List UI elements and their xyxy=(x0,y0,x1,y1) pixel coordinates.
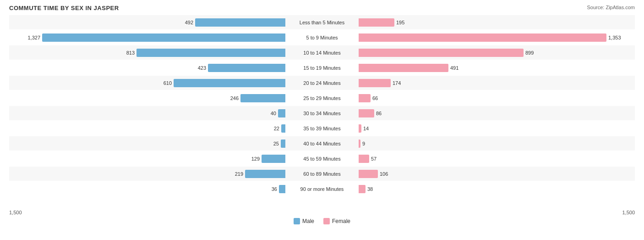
female-bar-section: 174 xyxy=(359,76,635,90)
female-bar xyxy=(359,94,371,102)
chart-row: 3690 or more Minutes38 xyxy=(9,182,635,196)
chart-row: 492Less than 5 Minutes195 xyxy=(9,15,635,29)
female-value: 899 xyxy=(525,50,534,56)
male-value: 40 xyxy=(271,111,276,116)
chart-row: 81310 to 14 Minutes899 xyxy=(9,45,635,60)
female-bar xyxy=(359,64,448,72)
source-label: Source: ZipAtlas.com xyxy=(587,5,635,10)
female-bar-section: 14 xyxy=(359,121,635,135)
row-label: 5 to 9 Minutes xyxy=(285,35,359,40)
male-bar-section: 25 xyxy=(9,136,285,151)
female-bar xyxy=(359,185,366,193)
female-bar-section: 491 xyxy=(359,61,635,75)
male-bar-section: 219 xyxy=(9,167,285,181)
male-bar-section: 129 xyxy=(9,151,285,166)
female-bar xyxy=(359,109,374,117)
female-bar xyxy=(359,170,378,178)
male-bar-section: 246 xyxy=(9,91,285,105)
male-bar-section: 36 xyxy=(9,182,285,196)
male-bar-section: 22 xyxy=(9,121,285,135)
male-bar xyxy=(240,94,285,102)
row-label: 40 to 44 Minutes xyxy=(285,141,359,146)
female-bar xyxy=(359,33,606,42)
female-legend-label: Female xyxy=(332,218,350,224)
axis-labels: 1,500 1,500 xyxy=(9,210,635,215)
female-bar xyxy=(359,155,369,163)
chart-row: 1,3275 to 9 Minutes1,353 xyxy=(9,30,635,45)
female-bar xyxy=(359,79,391,87)
female-value: 57 xyxy=(371,156,377,162)
chart-row: 2540 to 44 Minutes9 xyxy=(9,136,635,151)
male-bar xyxy=(262,155,285,163)
male-bar xyxy=(278,109,285,117)
male-value: 219 xyxy=(235,171,243,177)
chart-row: 42315 to 19 Minutes491 xyxy=(9,61,635,75)
male-bar xyxy=(281,124,285,133)
rows-wrapper: 492Less than 5 Minutes1951,3275 to 9 Min… xyxy=(9,15,635,197)
male-bar xyxy=(42,33,285,42)
male-bar-section: 492 xyxy=(9,15,285,29)
female-value: 9 xyxy=(362,141,365,146)
female-value: 491 xyxy=(450,65,458,71)
male-value: 813 xyxy=(126,50,135,56)
row-label: 20 to 24 Minutes xyxy=(285,80,359,86)
row-label: 35 to 39 Minutes xyxy=(285,126,359,131)
chart-title: COMMUTE TIME BY SEX IN JASPER xyxy=(9,5,635,11)
female-bar-section: 86 xyxy=(359,106,635,120)
female-bar-section: 899 xyxy=(359,45,635,60)
male-value: 22 xyxy=(274,126,279,131)
female-value: 66 xyxy=(372,95,378,101)
axis-right: 1,500 xyxy=(322,210,635,215)
female-bar-section: 106 xyxy=(359,167,635,181)
male-value: 1,327 xyxy=(27,35,40,40)
female-bar-section: 38 xyxy=(359,182,635,196)
male-bar xyxy=(279,185,285,193)
female-legend-box xyxy=(323,218,330,224)
female-bar-section: 1,353 xyxy=(359,30,635,45)
female-value: 38 xyxy=(367,186,373,192)
male-bar xyxy=(195,18,285,27)
female-bar xyxy=(359,49,524,57)
male-bar-section: 813 xyxy=(9,45,285,60)
female-bar xyxy=(359,140,360,148)
female-value: 86 xyxy=(376,111,382,116)
male-legend-label: Male xyxy=(302,218,314,224)
legend-male: Male xyxy=(294,218,314,224)
male-value: 610 xyxy=(164,80,172,86)
legend-female: Female xyxy=(323,218,350,224)
row-label: 30 to 34 Minutes xyxy=(285,111,359,116)
row-label: 90 or more Minutes xyxy=(285,186,359,192)
chart-container: COMMUTE TIME BY SEX IN JASPER Source: Zi… xyxy=(0,0,644,240)
male-bar-section: 1,327 xyxy=(9,30,285,45)
male-bar xyxy=(281,140,285,148)
female-value: 106 xyxy=(380,171,388,177)
male-value: 423 xyxy=(198,65,206,71)
female-value: 174 xyxy=(393,80,401,86)
row-label: 60 to 89 Minutes xyxy=(285,171,359,177)
female-value: 195 xyxy=(396,20,404,25)
male-value: 492 xyxy=(185,20,193,25)
row-label: 25 to 29 Minutes xyxy=(285,95,359,101)
female-bar-section: 66 xyxy=(359,91,635,105)
chart-row: 24625 to 29 Minutes66 xyxy=(9,91,635,105)
female-value: 14 xyxy=(363,126,369,131)
male-legend-box xyxy=(294,218,300,224)
female-bar-section: 195 xyxy=(359,15,635,29)
row-label: 15 to 19 Minutes xyxy=(285,65,359,71)
male-value: 246 xyxy=(230,95,239,101)
female-bar-section: 9 xyxy=(359,136,635,151)
row-label: 45 to 59 Minutes xyxy=(285,156,359,162)
female-value: 1,353 xyxy=(608,35,621,40)
female-bar xyxy=(359,124,361,133)
female-bar xyxy=(359,18,394,27)
chart-row: 4030 to 34 Minutes86 xyxy=(9,106,635,120)
row-label: Less than 5 Minutes xyxy=(285,20,359,25)
chart-row: 12945 to 59 Minutes57 xyxy=(9,151,635,166)
chart-row: 61020 to 24 Minutes174 xyxy=(9,76,635,90)
male-bar xyxy=(136,49,285,57)
female-bar-section: 57 xyxy=(359,151,635,166)
chart-row: 21960 to 89 Minutes106 xyxy=(9,167,635,181)
legend: Male Female xyxy=(9,218,635,224)
row-label: 10 to 14 Minutes xyxy=(285,50,359,56)
male-bar-section: 610 xyxy=(9,76,285,90)
